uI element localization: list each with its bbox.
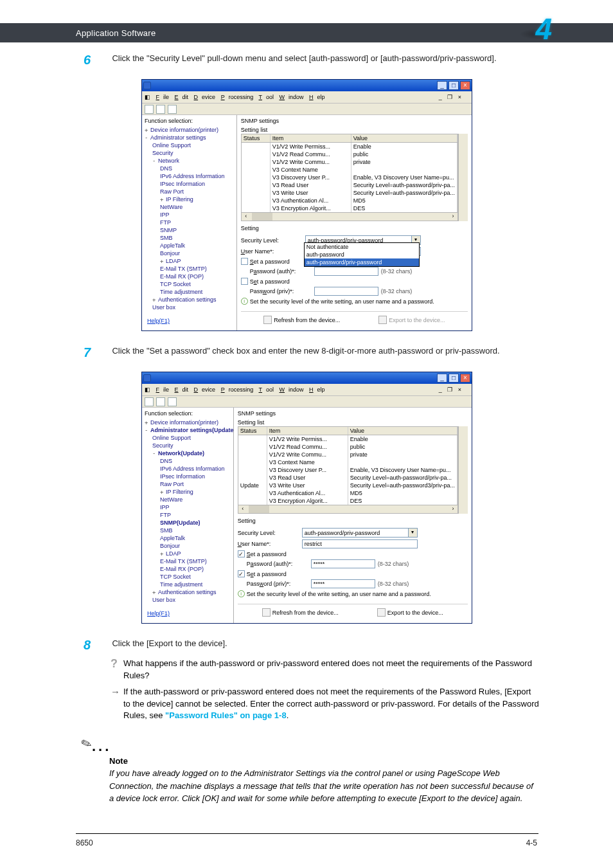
set-password-label: Set a password xyxy=(250,258,290,265)
refresh-button-2[interactable]: Refresh from the device... xyxy=(262,608,339,617)
table-row[interactable]: V3 Authentication Al...MD5 xyxy=(242,197,458,204)
refresh-button[interactable]: Refresh from the device... xyxy=(263,316,340,324)
menu-device-2[interactable]: Device xyxy=(194,386,216,393)
refresh-icon-2 xyxy=(262,608,271,617)
menu-file[interactable]: File xyxy=(156,94,170,100)
minimize-button[interactable]: _ xyxy=(437,81,447,90)
menu-tool-2[interactable]: Tool xyxy=(259,386,274,393)
col-value[interactable]: Value xyxy=(351,134,458,142)
step-8-question: What happens if the auth-password or pri… xyxy=(123,658,540,682)
note-title: Note xyxy=(109,756,540,766)
security-level-select-2[interactable]: auth-password/priv-password▾ xyxy=(302,528,418,538)
mdi-close-2[interactable]: × xyxy=(458,386,461,393)
set-password-checkbox-priv[interactable] xyxy=(241,278,248,285)
col-value-2[interactable]: Value xyxy=(348,427,458,435)
mdi-min-2[interactable]: _ xyxy=(439,386,442,393)
toolbar-icon-2[interactable] xyxy=(156,105,165,114)
password-priv-label-2: Password (priv)*: xyxy=(247,581,311,587)
mdi-min[interactable]: _ xyxy=(439,94,442,100)
app-menu-icon[interactable]: ◧ xyxy=(145,94,150,100)
nav-tree-2[interactable]: +Device information(printer) -Administra… xyxy=(145,419,231,604)
table-row[interactable]: V3 Encryption Algorit...DES xyxy=(242,204,458,212)
col-status[interactable]: Status xyxy=(242,134,271,142)
menu-processing-2[interactable]: Processing xyxy=(221,386,254,393)
refresh-icon xyxy=(263,316,272,324)
step-8-text: Click the [Export to the device]. xyxy=(112,638,536,650)
vscrollbar[interactable] xyxy=(458,134,468,221)
menu-window[interactable]: Window xyxy=(280,94,304,100)
menu-tool[interactable]: Tool xyxy=(259,94,274,100)
panel-title: SNMP settings xyxy=(241,118,468,124)
toolbar-icon-3[interactable] xyxy=(168,105,177,114)
table-row[interactable]: V1/V2 Write Commu...private xyxy=(242,158,458,166)
table-row[interactable]: V1/V2 Write Permiss...Enable xyxy=(238,435,458,443)
menu-window-2[interactable]: Window xyxy=(280,386,304,393)
toolbar-icon-1[interactable] xyxy=(145,105,154,114)
menu-edit-2[interactable]: Edit xyxy=(175,386,189,393)
col-status-2[interactable]: Status xyxy=(238,427,267,435)
col-item[interactable]: Item xyxy=(271,134,351,142)
toolbar-icon-3b[interactable] xyxy=(168,397,177,406)
export-button-2[interactable]: Export to the device... xyxy=(377,608,443,617)
set-password-checkbox-priv-2[interactable]: ✓ xyxy=(238,570,245,577)
table-row[interactable]: V3 Context Name xyxy=(242,166,458,174)
menu-edit[interactable]: Edit xyxy=(175,94,189,100)
dd-opt-noauth[interactable]: Not authenticate xyxy=(305,243,419,251)
table-row[interactable]: V3 Discovery User P...Enable, V3 Discove… xyxy=(242,174,458,181)
nav-tree[interactable]: +Device information(printer) -Administra… xyxy=(145,126,234,311)
help-link-2[interactable]: Help(F1) xyxy=(145,608,172,619)
toolbar-icon-2b[interactable] xyxy=(156,397,165,406)
set-password-checkbox-auth[interactable] xyxy=(241,258,248,265)
table-row[interactable]: V3 Discovery User P...Enable, V3 Discove… xyxy=(238,466,458,474)
dd-opt-auth[interactable]: auth-password xyxy=(305,251,419,258)
mdi-restore-2[interactable]: ❐ xyxy=(447,386,452,393)
menu-processing[interactable]: Processing xyxy=(221,94,254,100)
titlebar: _ □ × xyxy=(142,80,472,91)
security-level-dropdown[interactable]: Not authenticate auth-password auth-pass… xyxy=(304,242,420,267)
table-row[interactable]: V3 Context Name xyxy=(238,458,458,466)
col-item-2[interactable]: Item xyxy=(267,427,348,435)
password-priv-input[interactable] xyxy=(314,287,378,296)
dd-opt-authpriv[interactable]: auth-password/priv-password xyxy=(305,258,419,266)
maximize-button[interactable]: □ xyxy=(449,81,459,90)
app-window-1: _ □ × ◧ File Edit Device Processing Tool… xyxy=(141,79,472,331)
password-auth-input-2[interactable]: ***** xyxy=(311,559,375,568)
table-row[interactable]: V1/V2 Write Permiss...Enable xyxy=(242,143,458,150)
table-row[interactable]: UpdateV3 Write UserSecurity Level=auth-p… xyxy=(238,482,458,489)
info-text: Set the security level of the write sett… xyxy=(250,298,434,305)
password-priv-hint-2: (8-32 chars) xyxy=(378,581,409,587)
set-password-checkbox-auth-2[interactable]: ✓ xyxy=(238,550,245,557)
table-row[interactable]: V3 Read UserSecurity Level=auth-password… xyxy=(242,181,458,189)
menu-device[interactable]: Device xyxy=(194,94,216,100)
table-row[interactable]: V3 Read UserSecurity Level=auth-password… xyxy=(238,474,458,482)
username-input-2[interactable]: restrict xyxy=(302,539,418,548)
password-priv-input-2[interactable]: ***** xyxy=(311,579,375,588)
table-row[interactable]: V1/V2 Read Commu...public xyxy=(242,150,458,158)
setting-label: Setting xyxy=(241,225,468,231)
password-rules-link[interactable]: "Password Rules" on page 1-8 xyxy=(165,710,287,720)
close-button[interactable]: × xyxy=(460,81,470,90)
chevron-down-icon-2[interactable]: ▾ xyxy=(408,529,417,537)
set-password-label-2: Set a password xyxy=(250,278,290,285)
minimize-button-2[interactable]: _ xyxy=(437,374,447,383)
mdi-restore[interactable]: ❐ xyxy=(447,94,452,100)
table-row[interactable]: V3 Authentication Al...MD5 xyxy=(238,489,458,497)
app-menu-icon-2[interactable]: ◧ xyxy=(145,386,150,393)
menu-help[interactable]: Help xyxy=(309,94,325,100)
setting-grid-2: Status Item Value V1/V2 Write Permiss...… xyxy=(238,426,458,514)
mdi-close[interactable]: × xyxy=(458,94,461,100)
toolbar-icon-1b[interactable] xyxy=(145,397,154,406)
table-row[interactable]: V3 Encryption Algorit...DES xyxy=(238,497,458,505)
password-auth-input[interactable] xyxy=(314,267,378,276)
maximize-button-2[interactable]: □ xyxy=(449,374,459,383)
table-row[interactable]: V1/V2 Read Commu...public xyxy=(238,443,458,451)
vscrollbar-2[interactable] xyxy=(458,426,468,514)
set-password-label-4: Set a password xyxy=(247,571,287,577)
table-row[interactable]: V1/V2 Write Commu...private xyxy=(238,451,458,458)
menu-help-2[interactable]: Help xyxy=(309,386,325,393)
export-icon xyxy=(378,316,387,324)
help-link[interactable]: Help(F1) xyxy=(145,315,172,327)
menu-file-2[interactable]: File xyxy=(156,386,170,393)
close-button-2[interactable]: × xyxy=(460,374,470,383)
table-row[interactable]: V3 Write UserSecurity Level=auth-passwor… xyxy=(242,189,458,197)
